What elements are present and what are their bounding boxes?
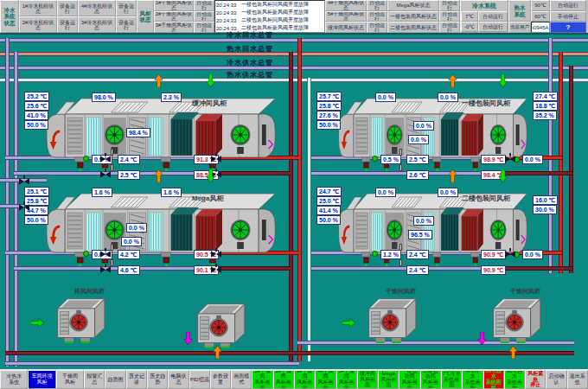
valve-icon xyxy=(100,248,111,258)
value-damper: 98.0 % xyxy=(92,92,116,102)
bottom-bar-button[interactable]: 一楼包装间 风柜画面 xyxy=(399,370,419,389)
bottom-bar-button[interactable]: 退出系统 xyxy=(567,370,588,389)
chilled-state-1[interactable]: 自动运行 xyxy=(478,11,508,22)
airflow-arrow-icon xyxy=(213,346,222,359)
bottom-bar-button[interactable]: 画面模式 xyxy=(231,370,252,389)
main-label-1: 冷水回水总管 xyxy=(227,30,273,40)
value-valve: 0.5 % xyxy=(380,155,401,164)
current-user-value: t0945A xyxy=(531,22,550,33)
value-damper: 96.5 % xyxy=(408,230,432,239)
hot-state-2[interactable]: 手动停止 xyxy=(550,11,586,22)
sensor-icon xyxy=(399,164,402,171)
fresh-air-arrow-icon xyxy=(498,169,508,182)
status-state-button[interactable]: 自动运行 xyxy=(194,11,214,22)
chilled-state-2[interactable]: 自动运行 xyxy=(478,22,508,32)
sensor-icon xyxy=(111,149,113,156)
bottom-bar-button[interactable]: 报警汇总 xyxy=(84,370,105,389)
top-status-bar: 冷水 系统 状态 1#冷水机组状态设备运行4#冷水机组状态设备运行2#冷水机组状… xyxy=(0,0,588,35)
bottom-bar-button[interactable]: PID恒温 xyxy=(189,370,210,389)
status-button[interactable]: 3#干燥间风柜状态 xyxy=(154,22,194,33)
alarm-message: 二楼包装风柜回风阀开度故障 xyxy=(241,16,309,24)
bottom-bar-button[interactable]: 风柜紧急 停止 xyxy=(525,370,546,389)
value-chw-temp: 4.6 ℃ xyxy=(118,265,140,275)
value-humidity: 27.6 % xyxy=(316,111,341,120)
bottom-bar-button[interactable]: 60℃热水 系统画面 xyxy=(483,370,504,389)
status-button[interactable]: 1#干燥间风柜状态 xyxy=(154,0,194,11)
bottom-pipe xyxy=(5,361,299,366)
exhaust-air-arrow-icon xyxy=(448,169,457,182)
riser-right-3 xyxy=(569,66,573,273)
bottom-bar-button[interactable]: 二楼包装间 风柜画面 xyxy=(420,370,441,389)
hot-water-panel: 热水 系统 90℃ 自动运行 60℃ 手动停止 当前用户 t0945A ? xyxy=(508,0,588,33)
status-button[interactable]: 一楼包装间风柜状态 xyxy=(387,11,439,22)
bottom-bar-button[interactable]: 7℃冷水 系统画面 xyxy=(441,370,462,389)
status-state-button[interactable]: 设备运行 xyxy=(116,0,137,16)
status-button[interactable]: 缓冲间风柜状态 xyxy=(325,22,367,33)
alarm-row: 20:24:33一楼包装风柜新风阀开度故障 xyxy=(215,9,324,16)
alarm-row: 20:24:33二楼包装风柜回风阀开度故障 xyxy=(215,16,324,24)
hot-state-1[interactable]: 自动运行 xyxy=(550,0,586,11)
pipe-chilled-supply-main xyxy=(0,66,588,70)
bottom-bar-button[interactable]: 电脑状态 xyxy=(168,370,189,389)
bottom-bar-button[interactable]: 4#干燥间 风柜画面 xyxy=(315,370,336,389)
bottom-bar-button[interactable]: 历史记录 xyxy=(126,370,147,389)
pipe-chilled-return-main xyxy=(0,38,588,42)
bottom-bar-button[interactable]: 参数设置 xyxy=(210,370,231,389)
bottom-bar-button[interactable]: 冷热水 系统 xyxy=(0,370,28,389)
status-button[interactable]: 二楼包装间风柜状态 xyxy=(387,22,439,33)
bottom-bar-button[interactable]: 2#干燥间 风柜画面 xyxy=(273,370,294,389)
status-button[interactable]: 4#冷水机组状态 xyxy=(78,0,116,16)
value-humidity-setpoint: 50.0 % xyxy=(316,215,341,225)
status-button[interactable]: 2#冷水机组状态 xyxy=(19,16,57,33)
value-damper: 0.0 % xyxy=(413,121,434,131)
bottom-bar-button[interactable]: -0℃冷水 系统画面 xyxy=(462,370,483,389)
bottom-bar-button[interactable]: 车间环境 风柜 xyxy=(28,370,55,389)
status-state-button[interactable]: 自动运行 xyxy=(367,11,387,22)
status-state-button[interactable]: 自动运行 xyxy=(367,0,387,11)
status-button[interactable]: 1#冷水机组状态 xyxy=(19,0,57,16)
value-supply-humidity: 30.0 % xyxy=(533,205,557,214)
bottom-bar-button[interactable]: 1#干燥间 风柜画面 xyxy=(252,370,272,389)
status-button[interactable]: 5#干燥间风柜状态 xyxy=(325,11,367,22)
sensor-icon xyxy=(111,244,113,251)
exhaust-fan-graphic xyxy=(48,296,109,344)
status-state-button[interactable]: 自动运行 xyxy=(439,11,460,22)
status-button[interactable]: Mega风柜状态 xyxy=(387,0,439,11)
bottom-bar-button[interactable]: 缓冲间 风柜画面 xyxy=(357,370,378,389)
valve-indicator xyxy=(83,251,89,257)
status-state-button[interactable]: 自动运行 xyxy=(439,0,460,11)
bottom-bar-button[interactable]: Mega 风柜画面 xyxy=(378,370,399,389)
riser-center-3 xyxy=(307,78,311,361)
bottom-bar-button[interactable]: 3#干燥间 风柜画面 xyxy=(294,370,315,389)
status-state-button[interactable]: 设备运行 xyxy=(57,0,78,16)
status-state-button[interactable]: 自动运行 xyxy=(367,22,387,33)
fresh-air-arrow-icon xyxy=(498,74,508,87)
bottom-bar-button[interactable]: 90℃热水 系统画面 xyxy=(504,370,525,389)
status-state-button[interactable]: 自动运行 xyxy=(194,22,214,33)
status-button[interactable]: 2#干燥间风柜状态 xyxy=(154,11,194,22)
status-state-button[interactable]: 设备运行 xyxy=(116,16,137,33)
chiller-group-label: 冷水 系统 状态 xyxy=(0,0,19,33)
status-state-button[interactable]: 自动运行 xyxy=(439,22,460,33)
status-state-button[interactable]: 自动运行 xyxy=(194,0,214,11)
value-damper: 2.3 % xyxy=(161,92,182,102)
status-button[interactable]: 3#冷水机组状态 xyxy=(78,16,116,33)
value-damper: 0.0 % xyxy=(413,216,434,226)
ahu-group-label: 风柜 状态 xyxy=(137,0,154,33)
valve-icon xyxy=(100,264,111,273)
status-state-button[interactable]: 设备运行 xyxy=(57,16,78,33)
status-button[interactable]: 4#干燥间风柜状态 xyxy=(325,0,367,11)
chilled-water-panel: 冷水系统 7℃ 自动运行 -0℃ 自动运行 xyxy=(460,0,508,33)
bottom-bar-button[interactable]: 历史趋势 xyxy=(147,370,168,389)
ahu-status-grid: 4#干燥间风柜状态自动运行Mega风柜状态自动运行5#干燥间风柜状态自动运行一楼… xyxy=(325,0,460,33)
bottom-bar-button[interactable]: 启动确认 xyxy=(546,370,566,389)
value-chw-temp: 2.5 ℃ xyxy=(118,170,140,180)
valve-icon xyxy=(505,153,515,163)
bottom-bar-button[interactable]: 趋势图 xyxy=(105,370,125,389)
bottom-bar-button[interactable]: 5#干燥间 风柜画面 xyxy=(336,370,357,389)
help-icon[interactable]: ? xyxy=(550,22,586,33)
valve-icon xyxy=(505,248,515,258)
bottom-bar-button[interactable]: 干燥间 风柜 xyxy=(56,370,84,389)
unit-title: 二楼包装间风柜 xyxy=(462,194,510,203)
value-damper: 1.6 % xyxy=(161,188,182,197)
